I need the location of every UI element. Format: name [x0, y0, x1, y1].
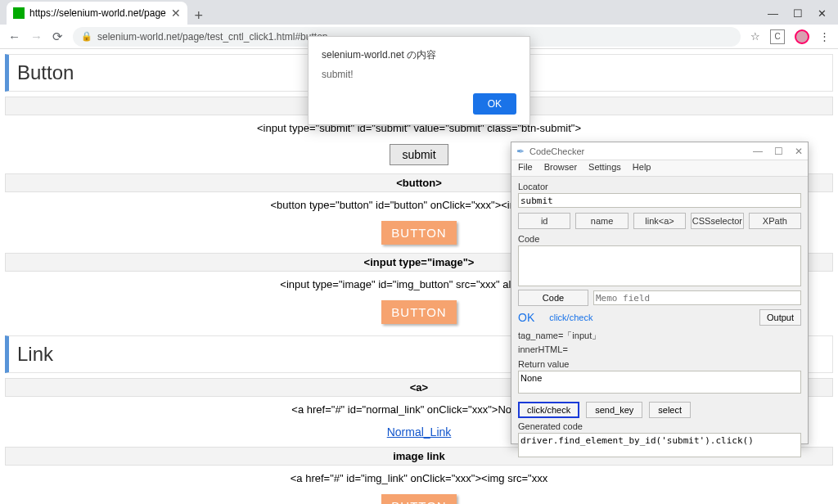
cc-code-label: Code — [518, 234, 801, 244]
cc-gen-code[interactable]: driver.find_element_by_id('submit').clic… — [518, 433, 801, 457]
tab-title: https://selenium-world.net/page — [29, 7, 166, 19]
browser-titlebar: https://selenium-world.net/page ✕ + — ☐ … — [0, 0, 838, 25]
cc-clickcheck-label: click/check — [549, 313, 592, 322]
alert-message: submit! — [322, 69, 516, 80]
forward-icon: → — [30, 29, 43, 43]
cc-close-icon[interactable]: ✕ — [795, 146, 803, 157]
star-icon[interactable]: ☆ — [750, 30, 760, 43]
js-alert-dialog: selenium-world.net の内容 submit! OK — [308, 36, 530, 125]
feather-icon: ✒ — [516, 146, 525, 157]
reload-icon[interactable]: ⟳ — [52, 29, 63, 44]
cc-locator-label: Locator — [518, 182, 801, 191]
cc-name-button[interactable]: name — [575, 213, 628, 229]
cc-title: CodeChecker — [529, 146, 584, 156]
cc-code-area[interactable] — [518, 245, 801, 286]
menu-icon[interactable]: ⋮ — [819, 30, 830, 43]
browser-tab[interactable]: https://selenium-world.net/page ✕ — [7, 2, 187, 25]
cc-sendkey-button[interactable]: send_key — [586, 402, 642, 418]
minimize-icon[interactable]: — — [768, 7, 778, 20]
cc-inner-info: innerHTML= — [518, 343, 801, 357]
cc-maximize-icon[interactable]: ☐ — [774, 146, 783, 157]
cc-select-button[interactable]: select — [649, 402, 691, 418]
profile-icon[interactable] — [795, 29, 809, 44]
cc-menu-browser[interactable]: Browser — [544, 162, 577, 174]
alert-ok-button[interactable]: OK — [473, 93, 516, 115]
favicon-icon — [13, 7, 25, 19]
cc-return-value: None — [518, 371, 801, 394]
tab-close-icon[interactable]: ✕ — [171, 7, 181, 20]
extension-icon[interactable]: C — [770, 29, 785, 44]
cc-linka-button[interactable]: link<a> — [633, 213, 686, 229]
alert-title: selenium-world.net の内容 — [322, 48, 516, 62]
cc-output-button[interactable]: Output — [759, 309, 801, 326]
cc-clickcheck-button[interactable]: click/check — [518, 402, 579, 418]
cc-locator-input[interactable] — [518, 193, 801, 208]
cc-minimize-icon[interactable]: — — [753, 146, 763, 157]
normal-link[interactable]: Normal_Link — [387, 425, 452, 439]
imglink-code: <a href="#" id="img_link" onClick="xxx">… — [5, 466, 833, 491]
close-icon[interactable]: ✕ — [818, 7, 827, 20]
cc-ok-status: OK — [518, 311, 534, 324]
img-link-button[interactable]: BUTTON — [381, 494, 456, 504]
url-text: selenium-world.net/page/test_cntl_click1… — [97, 31, 327, 43]
cc-xpath-button[interactable]: XPath — [749, 213, 801, 229]
button-element[interactable]: BUTTON — [381, 221, 456, 245]
cc-menu-help[interactable]: Help — [633, 162, 651, 174]
new-tab-button[interactable]: + — [187, 7, 210, 25]
cc-code-button[interactable]: Code — [518, 290, 588, 306]
codechecker-window: ✒ CodeChecker — ☐ ✕ File Browser Setting… — [511, 142, 809, 444]
cc-tag-info: tag_name=「input」 — [518, 329, 801, 343]
window-controls: — ☐ ✕ — [768, 7, 838, 25]
cc-menu-file[interactable]: File — [518, 162, 533, 174]
cc-menu-settings[interactable]: Settings — [588, 162, 621, 174]
back-icon[interactable]: ← — [8, 29, 20, 43]
cc-return-label: Return value — [518, 359, 801, 369]
cc-titlebar[interactable]: ✒ CodeChecker — ☐ ✕ — [511, 142, 808, 160]
cc-css-button[interactable]: CSSselector — [691, 213, 743, 229]
maximize-icon[interactable]: ☐ — [793, 7, 803, 20]
image-button[interactable]: BUTTON — [381, 300, 456, 324]
cc-menubar: File Browser Settings Help — [511, 160, 808, 177]
cc-memo-field[interactable] — [593, 290, 801, 305]
cc-gen-label: Generated code — [518, 421, 801, 431]
lock-icon: 🔒 — [81, 31, 92, 42]
submit-button[interactable]: submit — [390, 144, 448, 165]
cc-id-button[interactable]: id — [518, 213, 570, 229]
